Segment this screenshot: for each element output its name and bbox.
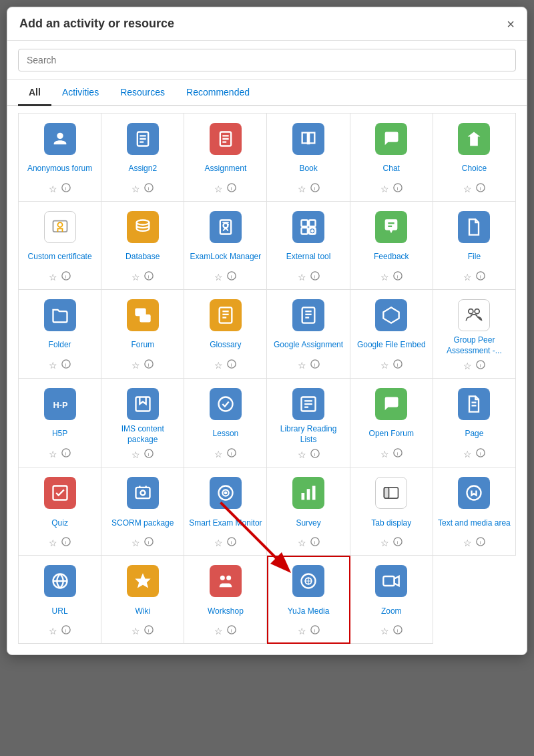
- anonymous-forum-info[interactable]: i: [61, 183, 71, 194]
- wiki-star[interactable]: ☆: [131, 626, 140, 636]
- close-button[interactable]: ×: [507, 17, 515, 31]
- grid-item-ims-content-package[interactable]: IMS content package☆i: [101, 379, 184, 467]
- grid-item-file[interactable]: File☆i: [433, 202, 516, 290]
- grid-item-open-forum[interactable]: Open Forum☆i: [350, 379, 433, 467]
- database-star[interactable]: ☆: [131, 272, 140, 282]
- glossary-star[interactable]: ☆: [214, 360, 223, 371]
- grid-item-text-and-media-area[interactable]: Text and media area☆i: [433, 467, 516, 556]
- grid-item-workshop[interactable]: Workshop☆i: [184, 556, 267, 644]
- grid-item-yuja-media[interactable]: YuJa Media☆i: [267, 556, 350, 644]
- lesson-star[interactable]: ☆: [214, 449, 223, 459]
- anonymous-forum-star[interactable]: ☆: [49, 184, 57, 194]
- url-star[interactable]: ☆: [49, 626, 57, 636]
- assignment-info[interactable]: i: [227, 183, 236, 194]
- search-input[interactable]: [18, 49, 516, 71]
- chat-info[interactable]: i: [393, 183, 403, 194]
- assign2-info[interactable]: i: [144, 183, 154, 194]
- grid-item-book[interactable]: Book☆i: [267, 114, 350, 202]
- tab-display-info[interactable]: i: [393, 537, 403, 548]
- zoom-info[interactable]: i: [393, 625, 403, 636]
- grid-item-scorm-package[interactable]: SCORM package☆i: [101, 467, 184, 556]
- page-star[interactable]: ☆: [463, 449, 472, 459]
- lesson-info[interactable]: i: [227, 448, 236, 459]
- yuja-media-info[interactable]: i: [310, 625, 320, 636]
- yuja-media-star[interactable]: ☆: [298, 626, 306, 636]
- library-reading-lists-info[interactable]: i: [310, 449, 320, 460]
- folder-info[interactable]: i: [61, 359, 71, 371]
- tab-resources[interactable]: Resources: [109, 80, 176, 106]
- workshop-star[interactable]: ☆: [214, 626, 223, 636]
- scorm-package-info[interactable]: i: [144, 537, 154, 548]
- quiz-info[interactable]: i: [61, 537, 71, 548]
- tab-recommended[interactable]: Recommended: [176, 80, 260, 106]
- smart-exam-monitor-info[interactable]: i: [227, 537, 236, 548]
- workshop-info[interactable]: i: [227, 625, 236, 636]
- external-tool-info[interactable]: i: [310, 271, 320, 282]
- external-tool-star[interactable]: ☆: [298, 272, 306, 282]
- zoom-star[interactable]: ☆: [380, 626, 389, 636]
- examlock-manager-star[interactable]: ☆: [214, 272, 223, 282]
- assignment-star[interactable]: ☆: [214, 184, 223, 194]
- grid-item-quiz[interactable]: Quiz☆i: [19, 467, 101, 556]
- group-peer-assessment-star[interactable]: ☆: [463, 361, 472, 371]
- url-info[interactable]: i: [61, 625, 71, 636]
- text-and-media-area-star[interactable]: ☆: [463, 538, 472, 548]
- grid-item-feedback[interactable]: Feedback☆i: [350, 202, 433, 290]
- survey-info[interactable]: i: [310, 537, 320, 548]
- choice-info[interactable]: i: [476, 183, 485, 194]
- tab-all[interactable]: All: [18, 80, 51, 106]
- grid-item-lesson[interactable]: Lesson☆i: [184, 379, 267, 467]
- grid-item-zoom[interactable]: Zoom☆i: [350, 556, 433, 644]
- grid-item-h5p[interactable]: H-PH5P☆i: [19, 379, 101, 467]
- grid-item-choice[interactable]: Choice☆i: [433, 114, 516, 202]
- examlock-manager-info[interactable]: i: [227, 271, 236, 282]
- glossary-info[interactable]: i: [227, 359, 236, 371]
- grid-item-tab-display[interactable]: Tab display☆i: [350, 467, 433, 556]
- grid-item-wiki[interactable]: Wiki☆i: [101, 556, 184, 644]
- file-info[interactable]: i: [476, 271, 485, 282]
- ims-content-package-star[interactable]: ☆: [131, 449, 140, 460]
- grid-item-chat[interactable]: Chat☆i: [350, 114, 433, 202]
- grid-item-survey[interactable]: Survey☆i: [267, 467, 350, 556]
- open-forum-star[interactable]: ☆: [380, 449, 389, 459]
- grid-item-page[interactable]: Page☆i: [433, 379, 516, 467]
- grid-item-glossary[interactable]: Glossary☆i: [184, 290, 267, 379]
- open-forum-info[interactable]: i: [393, 448, 403, 459]
- database-info[interactable]: i: [144, 271, 154, 282]
- forum-star[interactable]: ☆: [131, 360, 140, 371]
- choice-star[interactable]: ☆: [463, 184, 472, 194]
- custom-certificate-star[interactable]: ☆: [49, 272, 57, 282]
- chat-star[interactable]: ☆: [380, 184, 389, 194]
- folder-star[interactable]: ☆: [49, 360, 57, 371]
- wiki-info[interactable]: i: [144, 625, 154, 636]
- tab-display-star[interactable]: ☆: [380, 538, 389, 548]
- grid-item-anonymous-forum[interactable]: Anonymous forum☆i: [19, 114, 101, 202]
- grid-item-library-reading-lists[interactable]: Library Reading Lists☆i: [267, 379, 350, 467]
- book-star[interactable]: ☆: [298, 184, 306, 194]
- h5p-star[interactable]: ☆: [49, 449, 57, 459]
- grid-item-forum[interactable]: Forum☆i: [101, 290, 184, 379]
- feedback-info[interactable]: i: [393, 271, 403, 282]
- assign2-star[interactable]: ☆: [131, 184, 140, 194]
- library-reading-lists-star[interactable]: ☆: [298, 449, 306, 460]
- custom-certificate-info[interactable]: i: [61, 271, 71, 282]
- grid-item-examlock-manager[interactable]: ExamLock Manager☆i: [184, 202, 267, 290]
- survey-star[interactable]: ☆: [298, 538, 306, 548]
- grid-item-custom-certificate[interactable]: Custom certificate☆i: [19, 202, 101, 290]
- grid-item-folder[interactable]: Folder☆i: [19, 290, 101, 379]
- text-and-media-area-info[interactable]: i: [476, 537, 485, 548]
- scorm-package-star[interactable]: ☆: [131, 538, 140, 548]
- quiz-star[interactable]: ☆: [49, 538, 57, 548]
- grid-item-google-assignment[interactable]: Google Assignment☆i: [267, 290, 350, 379]
- tab-activities[interactable]: Activities: [51, 80, 109, 106]
- grid-item-smart-exam-monitor[interactable]: Smart Exam Monitor☆i: [184, 467, 267, 556]
- book-info[interactable]: i: [310, 183, 320, 194]
- group-peer-assessment-info[interactable]: i: [476, 360, 485, 371]
- google-assignment-info[interactable]: i: [310, 359, 320, 371]
- google-file-embed-star[interactable]: ☆: [380, 360, 389, 371]
- file-star[interactable]: ☆: [463, 272, 472, 282]
- ims-content-package-info[interactable]: i: [144, 449, 154, 460]
- forum-info[interactable]: i: [144, 359, 154, 371]
- grid-item-database[interactable]: Database☆i: [101, 202, 184, 290]
- page-info[interactable]: i: [476, 448, 485, 459]
